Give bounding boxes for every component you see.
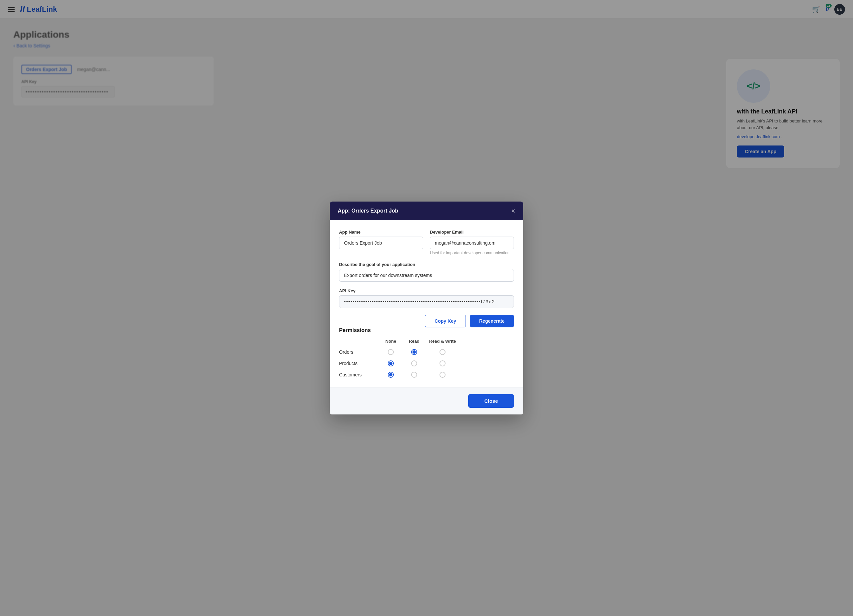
perm-orders-readwrite-radio[interactable] [440,349,446,355]
modal-api-key-label: API Key [339,288,514,293]
permissions-title: Permissions [339,327,514,333]
api-key-actions: Copy Key Regenerate [339,315,514,327]
goal-label: Describe the goal of your application [339,262,514,267]
perm-customers-none-cell [379,372,402,378]
perm-orders-none-radio[interactable] [388,349,394,355]
perm-customers-read-cell [402,372,426,378]
modal-header: App: Orders Export Job × [330,202,523,220]
perm-orders-read-radio[interactable] [411,349,417,355]
perm-row-customers: Customers [339,369,514,381]
perm-orders-none-cell [379,349,402,355]
permissions-header: None Read Read & Write [339,339,514,346]
dev-email-group: Developer Email Used for important devel… [430,229,514,255]
perm-orders-read-cell [402,349,426,355]
perm-header-name [339,339,379,344]
goal-input[interactable] [339,269,514,282]
modal-close-button[interactable]: × [511,208,515,214]
perm-products-read-cell [402,360,426,366]
dev-email-label: Developer Email [430,229,514,235]
app-name-input[interactable] [339,237,423,249]
perm-header-read-write: Read & Write [426,339,459,344]
form-row-name-email: App Name Developer Email Used for import… [339,229,514,255]
app-name-group: App Name [339,229,423,255]
goal-group: Describe the goal of your application [339,262,514,282]
perm-row-products: Products [339,358,514,369]
app-name-label: App Name [339,229,423,235]
dev-email-hint: Used for important developer communicati… [430,250,514,255]
perm-customers-readwrite-radio[interactable] [440,372,446,378]
modal-title: App: Orders Export Job [338,208,398,214]
perm-customers-readwrite-cell [426,372,459,378]
modal-footer: Close [330,387,523,414]
perm-products-readwrite-cell [426,360,459,366]
perm-row-orders: Orders [339,346,514,358]
regenerate-button[interactable]: Regenerate [470,315,514,327]
perm-customers-read-radio[interactable] [411,372,417,378]
perm-header-read: Read [402,339,426,344]
modal-dialog: App: Orders Export Job × App Name Develo… [330,202,523,414]
modal-body: App Name Developer Email Used for import… [330,220,523,381]
perm-products-none-cell [379,360,402,366]
permissions-section: Permissions None Read Read & Write Order… [339,327,514,381]
perm-orders-readwrite-cell [426,349,459,355]
perm-products-none-radio[interactable] [388,360,394,366]
perm-products-readwrite-radio[interactable] [440,360,446,366]
api-key-group: API Key ••••••••••••••••••••••••••••••••… [339,288,514,308]
copy-key-button[interactable]: Copy Key [425,315,466,327]
perm-customers-label: Customers [339,372,379,378]
modal-close-footer-button[interactable]: Close [468,394,514,408]
modal-overlay: App: Orders Export Job × App Name Develo… [0,0,853,616]
perm-products-label: Products [339,361,379,366]
perm-customers-none-radio[interactable] [388,372,394,378]
dev-email-input[interactable] [430,237,514,249]
modal-api-key-display: ••••••••••••••••••••••••••••••••••••••••… [339,295,514,308]
perm-header-none: None [379,339,402,344]
perm-orders-label: Orders [339,349,379,355]
perm-products-read-radio[interactable] [411,360,417,366]
